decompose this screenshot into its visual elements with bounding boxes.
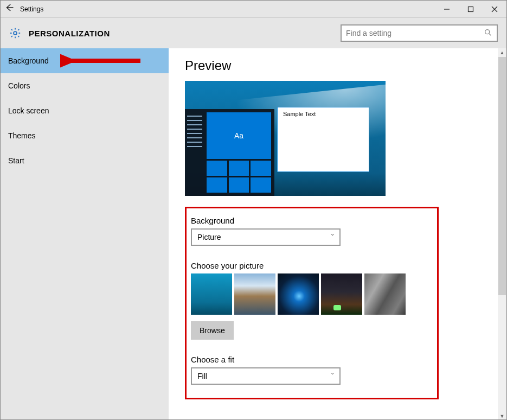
scroll-up-icon[interactable]: ▲ [498,48,506,57]
window-controls [435,1,506,18]
search-icon [484,28,492,39]
sidebar-item-label: Start [8,156,24,165]
highlight-box: Background Picture ˅ Choose your picture… [185,207,439,399]
chevron-down-icon: ˅ [330,372,335,380]
picture-thumbnail-2[interactable] [234,273,275,315]
search-input[interactable] [346,29,484,37]
back-button[interactable] [1,3,18,15]
scrollbar[interactable]: ▲ ▼ [498,48,506,420]
fit-dropdown[interactable]: Fill ˅ [191,367,341,385]
header: PERSONALIZATION [1,18,506,48]
gear-icon [9,27,21,39]
sidebar-item-label: Background [8,56,49,65]
page-title: PERSONALIZATION [29,29,110,38]
close-button[interactable] [483,1,506,18]
background-dropdown-value: Picture [197,233,331,241]
chevron-down-icon: ˅ [330,233,335,241]
svg-line-4 [489,33,491,35]
sidebar-item-lockscreen[interactable]: Lock screen [1,98,169,123]
sidebar-item-label: Themes [8,131,36,140]
scrollbar-thumb[interactable] [498,57,506,295]
body: Background Colors Lock screen Themes Sta… [1,48,506,420]
sidebar-item-label: Lock screen [8,106,49,115]
picture-thumbnail-3[interactable] [278,273,319,315]
fit-dropdown-value: Fill [197,372,331,380]
picture-thumbnail-4[interactable] [321,273,362,315]
background-label: Background [191,216,428,225]
preview-sample-window: Sample Text [277,107,369,172]
desktop-preview: Aa Sample Text [185,81,386,196]
picture-thumbnail-5[interactable] [364,273,406,315]
sidebar: Background Colors Lock screen Themes Sta… [1,48,169,420]
choose-picture-label: Choose your picture [191,261,428,270]
maximize-button[interactable] [459,1,483,18]
picture-thumbnails [191,273,428,315]
minimize-button[interactable] [435,1,459,18]
annotation-arrow [60,53,142,69]
sidebar-item-label: Colors [8,81,30,90]
browse-button[interactable]: Browse [191,321,234,340]
sidebar-item-colors[interactable]: Colors [1,73,169,98]
sidebar-item-background[interactable]: Background [1,48,169,73]
choose-fit-label: Choose a fit [191,355,428,364]
sidebar-item-start[interactable]: Start [1,148,169,173]
svg-rect-1 [469,7,473,11]
svg-point-2 [14,31,17,35]
sidebar-item-themes[interactable]: Themes [1,123,169,148]
titlebar: Settings [1,1,506,18]
window-title: Settings [18,5,43,13]
scroll-down-icon[interactable]: ▼ [498,412,506,420]
preview-heading: Preview [185,58,490,73]
preview-sample-window-title: Sample Text [278,107,369,120]
preview-start-menu: Aa [185,109,274,196]
background-dropdown[interactable]: Picture ˅ [191,228,341,246]
search-box[interactable] [341,24,498,42]
svg-point-3 [485,29,490,34]
preview-accent-tile: Aa [207,112,271,159]
main-content: Preview Aa Sample Text Background Pictur… [169,48,506,420]
picture-thumbnail-1[interactable] [191,273,232,315]
